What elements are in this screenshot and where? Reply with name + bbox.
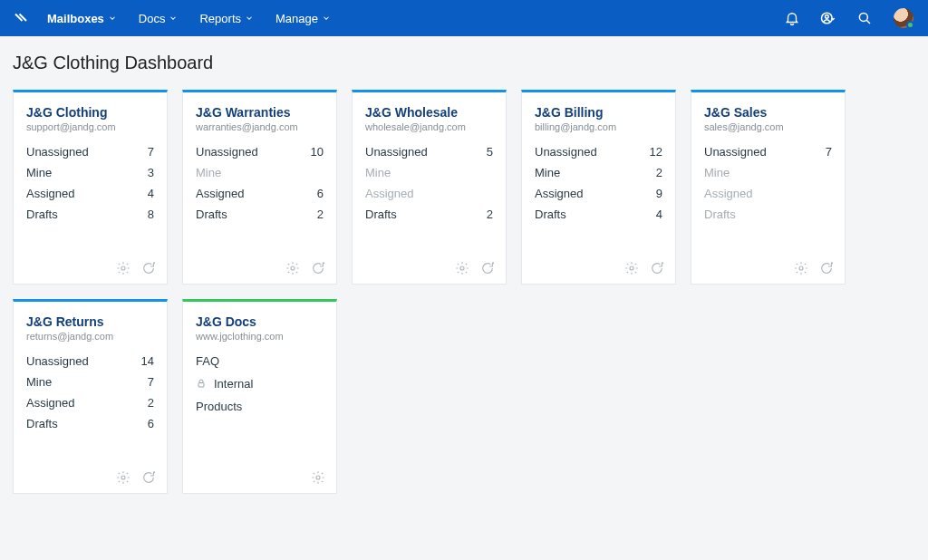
- stat-label: Mine: [196, 166, 221, 179]
- gear-icon[interactable]: [455, 261, 469, 275]
- mailbox-card: J&G Salessales@jandg.comUnassigned7MineA…: [691, 90, 846, 285]
- nav-item-mailboxes[interactable]: Mailboxes: [47, 12, 117, 25]
- stat-label: Assigned: [26, 396, 74, 410]
- cards-grid: J&G Clothingsupport@jandg.comUnassigned7…: [13, 90, 915, 494]
- mailbox-title[interactable]: J&G Wholesale: [365, 105, 493, 120]
- mailbox-card: J&G Clothingsupport@jandg.comUnassigned7…: [13, 90, 168, 285]
- new-conversation-icon[interactable]: [480, 261, 495, 275]
- chevron-down-icon: [108, 14, 117, 23]
- svg-point-18: [799, 266, 803, 270]
- stat-row-assigned[interactable]: Assigned2: [26, 396, 154, 410]
- stat-label: Assigned: [26, 187, 74, 200]
- stat-row-mine: Mine: [365, 166, 493, 179]
- stat-row-drafts[interactable]: Drafts8: [26, 208, 154, 221]
- docs-card: J&G Docswww.jgclothing.comFAQ InternalPr…: [182, 299, 337, 494]
- stat-row-unassigned[interactable]: Unassigned12: [535, 145, 662, 159]
- new-conversation-icon[interactable]: [311, 261, 325, 275]
- svg-point-15: [630, 266, 633, 270]
- stat-row-mine[interactable]: Mine2: [535, 166, 662, 179]
- docs-site: www.jgclothing.com: [196, 331, 324, 342]
- stat-row-unassigned[interactable]: Unassigned5: [365, 145, 493, 159]
- stat-row-mine: Mine: [704, 166, 832, 179]
- stat-row-unassigned[interactable]: Unassigned7: [26, 145, 154, 159]
- mailbox-title[interactable]: J&G Warranties: [196, 105, 324, 120]
- stat-row-assigned[interactable]: Assigned9: [535, 187, 662, 200]
- mailbox-card: J&G Warrantieswarranties@jandg.comUnassi…: [182, 90, 337, 285]
- stat-count: 6: [317, 187, 324, 200]
- stat-label: Unassigned: [365, 145, 428, 159]
- chevron-down-icon: [245, 14, 254, 23]
- stat-row-drafts[interactable]: Drafts4: [535, 208, 662, 221]
- stat-count: 8: [148, 208, 154, 221]
- stat-row-assigned[interactable]: Assigned6: [196, 187, 324, 200]
- nav-items: Mailboxes Docs Reports Manage: [47, 12, 331, 25]
- mailbox-title[interactable]: J&G Billing: [535, 105, 662, 120]
- stat-row-unassigned[interactable]: Unassigned7: [704, 145, 832, 159]
- stat-label: Unassigned: [535, 145, 597, 159]
- gear-icon[interactable]: [116, 261, 130, 275]
- stat-count: 9: [656, 187, 662, 200]
- account-menu-icon[interactable]: [819, 9, 837, 27]
- stat-row-assigned[interactable]: Assigned4: [26, 187, 154, 200]
- nav-item-manage[interactable]: Manage: [276, 12, 331, 25]
- gear-icon[interactable]: [311, 470, 325, 485]
- stat-label: Drafts: [26, 417, 58, 430]
- mailbox-email: warranties@jandg.com: [196, 121, 324, 132]
- stat-row-mine[interactable]: Mine7: [26, 375, 154, 389]
- gear-icon[interactable]: [624, 261, 639, 275]
- stat-row-drafts[interactable]: Drafts2: [365, 208, 493, 221]
- docs-item[interactable]: Internal: [196, 377, 324, 391]
- stat-count: 7: [826, 145, 832, 159]
- nav-item-label: Mailboxes: [47, 12, 104, 25]
- nav-item-docs[interactable]: Docs: [139, 12, 179, 25]
- stat-count: 2: [487, 208, 493, 221]
- docs-item[interactable]: Products: [196, 400, 324, 413]
- nav-item-label: Docs: [139, 12, 166, 25]
- stat-count: 3: [148, 166, 154, 179]
- stat-row-drafts[interactable]: Drafts2: [196, 208, 324, 221]
- mailbox-email: billing@jandg.com: [535, 121, 662, 132]
- stat-label: Mine: [26, 375, 52, 389]
- stat-label: Drafts: [365, 208, 397, 221]
- brand-icon[interactable]: [13, 10, 29, 26]
- search-icon[interactable]: [856, 9, 874, 27]
- notifications-icon[interactable]: [783, 9, 801, 27]
- gear-icon[interactable]: [285, 261, 300, 275]
- stat-label: Unassigned: [704, 145, 767, 159]
- svg-point-6: [121, 266, 125, 270]
- mailbox-title[interactable]: J&G Returns: [26, 314, 154, 329]
- stat-label: Mine: [26, 166, 52, 179]
- nav-right: [783, 6, 915, 30]
- stat-row-drafts: Drafts: [704, 208, 832, 221]
- gear-icon[interactable]: [794, 261, 808, 275]
- mailbox-card: J&G Wholesalewholesale@jandg.comUnassign…: [352, 90, 507, 285]
- presence-indicator: [906, 21, 914, 29]
- stat-count: 7: [148, 145, 154, 159]
- stat-row-mine[interactable]: Mine3: [26, 166, 154, 179]
- stat-row-unassigned[interactable]: Unassigned10: [196, 145, 324, 159]
- new-conversation-icon[interactable]: [141, 470, 156, 485]
- avatar[interactable]: [892, 6, 915, 30]
- stat-count: 12: [650, 145, 662, 159]
- stat-row-drafts[interactable]: Drafts6: [26, 417, 154, 430]
- gear-icon[interactable]: [116, 470, 130, 485]
- new-conversation-icon[interactable]: [650, 261, 664, 275]
- docs-item[interactable]: FAQ: [196, 354, 324, 368]
- stat-row-unassigned[interactable]: Unassigned14: [26, 354, 154, 368]
- nav-item-reports[interactable]: Reports: [199, 12, 254, 25]
- new-conversation-icon[interactable]: [819, 261, 834, 275]
- docs-title[interactable]: J&G Docs: [196, 314, 324, 329]
- mailbox-title[interactable]: J&G Sales: [704, 105, 832, 120]
- docs-item-label: Internal: [214, 377, 253, 391]
- stat-row-assigned: Assigned: [704, 187, 832, 200]
- stat-count: 10: [311, 145, 324, 159]
- stat-label: Mine: [535, 166, 560, 179]
- new-conversation-icon[interactable]: [141, 261, 156, 275]
- stat-count: 5: [487, 145, 493, 159]
- mailbox-title[interactable]: J&G Clothing: [26, 105, 154, 120]
- nav-item-label: Reports: [199, 12, 241, 25]
- stat-label: Assigned: [704, 187, 752, 200]
- stat-label: Drafts: [535, 208, 566, 221]
- stat-label: Unassigned: [26, 354, 89, 368]
- svg-point-9: [291, 266, 295, 270]
